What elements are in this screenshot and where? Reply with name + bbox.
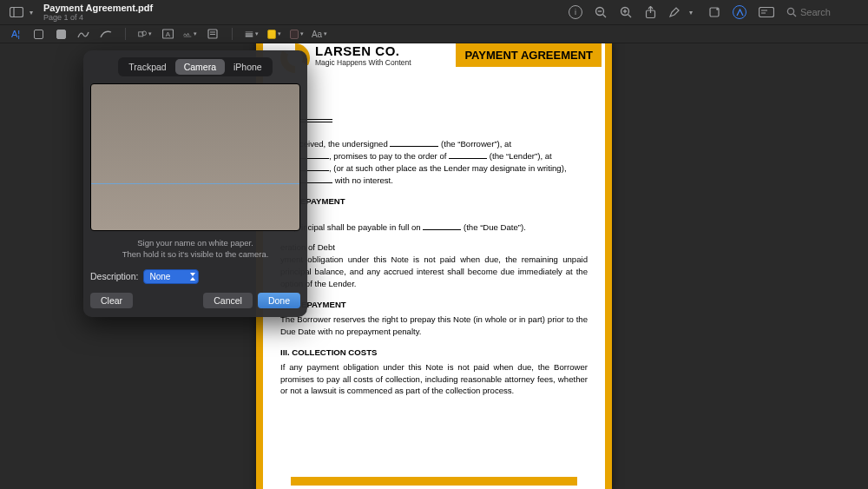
list-item: eration of Debt <box>280 241 588 254</box>
search-field[interactable] <box>786 7 861 17</box>
camera-preview <box>90 83 300 231</box>
title-badge: PAYMENT AGREEMENT <box>456 43 602 67</box>
text-tool-icon[interactable]: A¦ <box>9 28 23 40</box>
svg-rect-0 <box>10 8 23 17</box>
separator <box>125 28 126 40</box>
text-box-icon[interactable]: A <box>161 28 174 40</box>
zoom-out-icon[interactable] <box>595 6 608 19</box>
company-name: LARSEN CO. <box>315 43 411 58</box>
document-title: Payment Agreement.pdf <box>43 3 153 13</box>
sketch-tool-icon[interactable] <box>76 28 90 40</box>
heading-collection: III. COLLECTION COSTS <box>280 347 588 359</box>
company-tagline: Magic Happens With Content <box>315 58 411 67</box>
highlight-icon[interactable] <box>668 6 681 18</box>
svg-line-6 <box>628 14 632 17</box>
page-indicator: Page 1 of 4 <box>43 13 153 22</box>
line-style-icon[interactable]: ▾ <box>245 28 259 40</box>
para-text: yment obligation under this Note is not … <box>280 254 588 290</box>
para-text: with no interest. <box>335 175 393 185</box>
annotation-toolbar: A¦ ▾ A ▾ ▾ ▾ ▾ Aa▾ <box>0 24 868 43</box>
search-icon <box>786 7 797 17</box>
decor-right <box>605 43 612 489</box>
svg-point-12 <box>716 8 719 10</box>
para-text: If any payment obligation under this Not… <box>280 361 588 398</box>
border-color-icon[interactable]: ▾ <box>267 28 281 40</box>
sign-tool-icon[interactable]: ▾ <box>183 28 197 40</box>
list-item: nts <box>280 210 588 222</box>
para-text: , (or at such other place as the Lender … <box>329 163 567 173</box>
separator <box>232 28 233 40</box>
highlight-chevron-icon[interactable]: ▾ <box>686 9 696 17</box>
heading-prepayment: II. PREPAYMENT <box>280 299 588 311</box>
tab-trackpad[interactable]: Trackpad <box>120 59 174 75</box>
form-icon[interactable] <box>759 7 774 17</box>
para-text: (the “Borrower”), at <box>441 139 511 149</box>
zoom-in-icon[interactable] <box>620 6 633 19</box>
note-tool-icon[interactable] <box>206 28 220 40</box>
para-text: (the “Lender”), at <box>490 151 552 161</box>
redact-tool-icon[interactable] <box>54 28 68 40</box>
svg-text:A: A <box>165 30 170 38</box>
svg-point-16 <box>787 8 793 14</box>
done-button[interactable]: Done <box>258 293 300 308</box>
draw-tool-icon[interactable] <box>99 28 113 40</box>
text-style-icon[interactable]: Aa▾ <box>312 28 326 40</box>
tab-camera[interactable]: Camera <box>175 59 225 75</box>
chevron-down-icon[interactable]: ▾ <box>26 9 36 17</box>
titlebar: ▾ Payment Agreement.pdf Page 1 of 4 i ▾ <box>0 0 868 24</box>
para-text: The Borrower reserves the right to prepa… <box>280 314 588 338</box>
page-header: LARSEN CO. Magic Happens With Content PA… <box>256 43 612 73</box>
decor-footer <box>291 477 577 486</box>
svg-line-17 <box>793 14 796 17</box>
para-text: , promises to pay to the order of <box>329 151 449 161</box>
clear-button[interactable]: Clear <box>90 293 133 308</box>
para-text: (the “Due Date”). <box>464 222 526 232</box>
svg-line-3 <box>603 14 607 17</box>
description-label: Description: <box>90 271 138 281</box>
pdf-page: LARSEN CO. Magic Happens With Content PA… <box>256 43 612 489</box>
select-tool-icon[interactable] <box>31 28 45 40</box>
hint-line: Sign your name on white paper. <box>90 238 300 249</box>
cancel-button[interactable]: Cancel <box>203 293 253 308</box>
markup-icon[interactable] <box>733 5 746 19</box>
heading-repayment: OF REPAYMENT <box>280 195 588 208</box>
select-value: None <box>149 272 170 281</box>
sidebar-toggle-icon[interactable] <box>7 4 26 20</box>
hint-line: Then hold it so it's visible to the came… <box>90 249 300 261</box>
info-icon[interactable]: i <box>569 5 582 19</box>
share-icon[interactable] <box>645 6 656 19</box>
signature-popover: Trackpad Camera iPhone Sign your name on… <box>83 50 307 317</box>
hint-text: Sign your name on white paper. Then hold… <box>90 238 300 261</box>
toolbar-right: i ▾ <box>569 5 861 19</box>
source-segmented-control[interactable]: Trackpad Camera iPhone <box>118 57 272 76</box>
page-body: ue received, the undersigned (the “Borro… <box>256 73 612 413</box>
svg-rect-13 <box>760 8 774 17</box>
search-input[interactable] <box>800 7 861 17</box>
fill-color-icon[interactable]: ▾ <box>290 28 304 40</box>
tab-iphone[interactable]: iPhone <box>225 59 271 75</box>
shapes-tool-icon[interactable]: ▾ <box>138 28 152 40</box>
title-block: Payment Agreement.pdf Page 1 of 4 <box>43 3 153 22</box>
description-select[interactable]: None <box>143 269 199 284</box>
rotate-icon[interactable] <box>708 6 720 18</box>
